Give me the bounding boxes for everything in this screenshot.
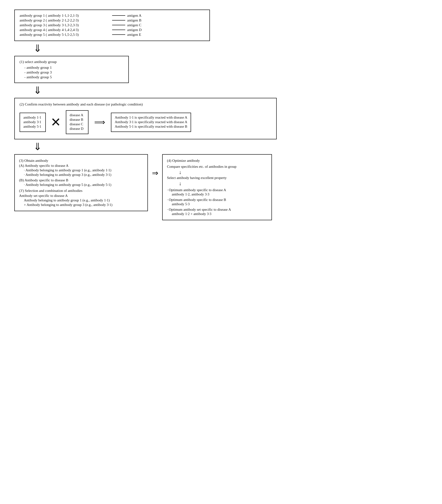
section1-box: antibody group 1 ( antibody 1·1,1·2,1·3)…	[14, 10, 210, 41]
section5-item: · Optimum antibody specific to disease A	[167, 188, 267, 192]
section2-item: - antibody group 5	[24, 75, 124, 79]
section4-part3-item: + Antibody belonging to antibody group 3…	[24, 203, 143, 207]
dash-line	[112, 30, 125, 30]
dash-line	[112, 15, 125, 16]
section5-item: · Optimum antibody set specific to disea…	[167, 208, 267, 212]
section4-part3-item: Antibody belonging to antibody group 1 (…	[24, 198, 143, 202]
section5-item-sub: antibody 5·3	[172, 202, 267, 206]
section2-item: - antibody group 3	[24, 70, 124, 74]
disease-row: disease B	[70, 118, 85, 122]
antibody-list-box: antibody 1·1antibody 3·1antibody 5·1	[19, 113, 46, 132]
disease-row: disease C	[70, 122, 85, 126]
arrow-right-symbol: ⟹	[94, 118, 105, 127]
arrow3: ⇓	[33, 142, 42, 152]
section5-arrow2: ↓	[179, 180, 267, 187]
section5-arrow1: ↓	[179, 169, 267, 175]
antibody-row: antibody 1·1	[23, 115, 42, 120]
section1-row: antibody group 1 ( antibody 1·1,1·2,1·3)…	[19, 13, 205, 18]
section4-part3-sub: Antibody set specific to disease A	[19, 194, 143, 198]
section5-box: (4) Optimize antibody Compare specificit…	[162, 154, 272, 220]
result-box: Antibody 1·1 is specifically reacted wit…	[111, 113, 191, 132]
section2-box: (1) select antibody group - antibody gro…	[14, 56, 129, 83]
section5-item: · Optimum antibody specific to disease B	[167, 198, 267, 202]
arrow2: ⇓	[33, 85, 42, 95]
section3-inner: antibody 1·1antibody 3·1antibody 5·1 ✕ d…	[19, 110, 271, 134]
section4-sub-b-item: · Antibody belonging to antibody group 5…	[24, 183, 143, 187]
section4-sub-b-title: (B) Antibody specific to disease B	[19, 178, 143, 182]
section5-compare: Compare specificities etc. of antibodies…	[167, 165, 267, 169]
section4-box: (3) Obtain antibody (A) Antibody specifi…	[14, 154, 148, 211]
section4-sub-a-item: · Antibody belonging to antibody group 3…	[24, 173, 143, 177]
bottom-row: (3) Obtain antibody (A) Antibody specifi…	[14, 154, 277, 220]
arrow1: ⇓	[33, 43, 42, 54]
section5-item-sub: antibody 1·2, antibody 3·3	[172, 192, 267, 197]
section5-title: (4) Optimize antibody	[167, 159, 267, 163]
antibody-row: antibody 3·1	[23, 120, 42, 124]
disease-list-box: disease Adisease Bdisease Cdisease D	[66, 110, 88, 134]
result-row: Antibody 5·1 is specifically reacted wit…	[115, 125, 187, 129]
section2-item: - antibody group 1	[24, 65, 124, 70]
section4-title: (3) Obtain antibody	[19, 159, 143, 163]
diagram-container: antibody group 1 ( antibody 1·1,1·2,1·3)…	[14, 10, 428, 220]
dash-line	[112, 25, 125, 25]
disease-row: disease A	[70, 113, 85, 117]
result-row: Antibody 3·1 is specifically reacted wit…	[115, 120, 187, 124]
section3-box: (2) Confirm reactivity between antibody …	[14, 98, 277, 139]
result-row: Antibody 1·1 is specifically reacted wit…	[115, 115, 187, 120]
section1-row: antibody group 3 ( antibody 3·1,3·2,3·3)…	[19, 23, 205, 27]
dash-line	[112, 20, 125, 20]
section1-row: antibody group 4 ( antibody 4·1,4·2,4·3)…	[19, 28, 205, 32]
disease-row: disease D	[70, 127, 85, 131]
cross-symbol: ✕	[51, 115, 61, 129]
section4-part3-title: (3') Selection and combination of antibo…	[19, 189, 143, 193]
section1-row: antibody group 5 ( antibody 5·1,5·2,5·3)…	[19, 33, 205, 37]
section2-title: (1) select antibody group	[19, 60, 124, 64]
section4-sub-a-item: · Antibody belonging to antibody group 1…	[24, 168, 143, 172]
section5-select: Select antibody having excellent propert…	[167, 176, 267, 180]
section5-item-sub: antibody 1·2 + antibody 3·3	[172, 212, 267, 216]
middle-arrow: ⇒	[148, 154, 162, 178]
section4-sub-a-title: (A) Antibody specific to disease A	[19, 164, 143, 168]
section1-row: antibody group 2 ( antibody 2·1,2·2,2·3)…	[19, 18, 205, 22]
antibody-row: antibody 5·1	[23, 125, 42, 129]
dash-line	[112, 34, 125, 35]
section3-title: (2) Confirm reactivity between antibody …	[19, 102, 271, 107]
